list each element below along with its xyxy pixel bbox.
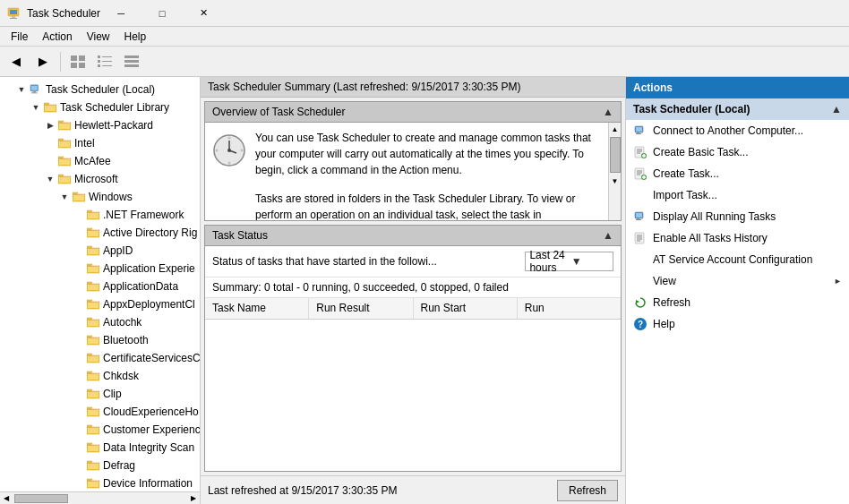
tree-item-chkdsk[interactable]: ▶ Chkdsk xyxy=(0,367,200,385)
vscroll-down-arrow[interactable]: ▼ xyxy=(609,175,622,187)
tree-toggle-root[interactable]: ▼ xyxy=(14,82,29,97)
tree-item-mcafee[interactable]: ▶ McAfee xyxy=(0,152,200,170)
tree-item-customer[interactable]: ▶ Customer Experienc xyxy=(0,421,200,439)
left-panel-hscroll[interactable]: ◀ ▶ xyxy=(0,491,200,504)
status-filter-label: Status of tasks that have started in the… xyxy=(212,255,518,268)
svg-rect-6 xyxy=(71,63,77,68)
tree-label: Customer Experienc xyxy=(103,423,200,436)
menu-action[interactable]: Action xyxy=(35,29,79,45)
tree-label: Active Directory Rig xyxy=(103,226,197,239)
svg-rect-50 xyxy=(636,219,641,220)
folder-icon xyxy=(72,190,86,204)
window-controls: ─ □ ✕ xyxy=(100,0,224,27)
tree-item-net-framework[interactable]: ▶ .NET Framework xyxy=(0,206,200,224)
action-display-running[interactable]: Display All Running Tasks xyxy=(626,206,849,227)
tree-item-microsoft[interactable]: ▼ Microsoft xyxy=(0,170,200,188)
action-label: Refresh xyxy=(653,296,842,309)
status-table-body[interactable] xyxy=(205,320,621,409)
folder-icon xyxy=(86,458,100,473)
svg-marker-56 xyxy=(636,300,639,303)
tree-label: Clip xyxy=(103,388,122,400)
action-import-task[interactable]: Import Task... xyxy=(626,184,849,206)
svg-rect-51 xyxy=(635,233,644,243)
tree-item-app-exper[interactable]: ▶ Application Experie xyxy=(0,260,200,278)
close-button[interactable]: ✕ xyxy=(183,0,224,27)
tree-label: Device Information xyxy=(103,477,193,490)
vscroll-up-arrow[interactable]: ▲ xyxy=(609,123,622,135)
folder-icon xyxy=(86,297,100,312)
last-refreshed-text: Last refreshed at 9/15/2017 3:30:35 PM xyxy=(208,484,397,497)
toolbar-detail-button[interactable] xyxy=(119,50,144,73)
svg-rect-11 xyxy=(102,61,112,62)
center-content: Overview of Task Scheduler ▲ xyxy=(201,98,625,475)
computer-icon xyxy=(29,82,43,97)
main-content: ▼ Task Scheduler (Local) ▼ xyxy=(0,77,849,504)
action-at-service[interactable]: AT Service Account Configuration xyxy=(626,249,849,270)
action-help[interactable]: ? Help xyxy=(626,313,849,335)
action-create-basic-task[interactable]: Create Basic Task... xyxy=(626,141,849,163)
at-service-icon xyxy=(633,252,647,267)
overview-header[interactable]: Overview of Task Scheduler ▲ xyxy=(204,101,622,123)
overview-collapse-button[interactable]: ▲ xyxy=(603,106,613,118)
th-task-name: Task Name xyxy=(205,298,309,319)
minimize-button[interactable]: ─ xyxy=(100,0,142,27)
menu-view[interactable]: View xyxy=(80,29,117,45)
task-status-collapse-button[interactable]: ▲ xyxy=(603,229,613,242)
svg-rect-20 xyxy=(31,92,38,93)
action-enable-history[interactable]: Enable All Tasks History xyxy=(626,227,849,249)
tree-item-hewlett-packard[interactable]: ▶ Hewlett-Packard xyxy=(0,116,200,134)
tree-toggle[interactable]: ▼ xyxy=(57,190,72,204)
tree-item-active-directory[interactable]: ▶ Active Directory Rig xyxy=(0,224,200,242)
action-label: Import Task... xyxy=(653,189,842,201)
create-basic-task-icon xyxy=(633,145,647,159)
tree-item-clip[interactable]: ▶ Clip xyxy=(0,385,200,403)
task-status-header[interactable]: Task Status ▲ xyxy=(204,225,622,246)
tree-item-cloud[interactable]: ▶ CloudExperienceHo xyxy=(0,403,200,421)
right-section-header[interactable]: Task Scheduler (Local) ▲ xyxy=(626,98,849,120)
right-section-collapse: ▲ xyxy=(831,103,842,115)
filter-value: Last 24 hours xyxy=(529,249,567,274)
hscroll-left-arrow[interactable]: ◀ xyxy=(0,492,13,505)
tree-item-windows[interactable]: ▼ Windows xyxy=(0,188,200,206)
overview-vscroll[interactable]: ▲ ▼ xyxy=(608,123,621,220)
folder-icon xyxy=(86,279,100,294)
menu-help[interactable]: Help xyxy=(117,29,154,45)
tree-label: Application Experie xyxy=(103,262,195,275)
action-view[interactable]: View ► xyxy=(626,270,849,292)
svg-point-26 xyxy=(228,162,231,165)
toolbar-list-button[interactable] xyxy=(92,50,117,73)
tree-item-bluetooth[interactable]: ▶ Bluetooth xyxy=(0,331,200,349)
menu-file[interactable]: File xyxy=(4,29,35,45)
toolbar-forward-button[interactable]: ▶ xyxy=(30,50,56,73)
action-refresh[interactable]: Refresh xyxy=(626,292,849,313)
tree-item-appxdeployment[interactable]: ▶ AppxDeploymentCl xyxy=(0,295,200,313)
tree-item-defrag[interactable]: ▶ Defrag xyxy=(0,457,200,474)
toolbar-view-button[interactable] xyxy=(65,50,90,73)
vscroll-thumb[interactable] xyxy=(610,137,621,173)
hscroll-right-arrow[interactable]: ▶ xyxy=(187,492,200,505)
tree-item-intel[interactable]: ▶ Intel xyxy=(0,134,200,152)
action-create-task[interactable]: Create Task... xyxy=(626,163,849,184)
menu-bar: File Action View Help xyxy=(0,27,849,47)
tree-item-device-info[interactable]: ▶ Device Information xyxy=(0,474,200,491)
tree-item-data-integrity[interactable]: ▶ Data Integrity Scan xyxy=(0,439,200,457)
tree-toggle-library[interactable]: ▼ xyxy=(29,100,43,115)
tree-item-appdata[interactable]: ▶ ApplicationData xyxy=(0,278,200,295)
tree-item-task-scheduler-library[interactable]: ▼ Task Scheduler Library xyxy=(0,98,200,116)
filter-select[interactable]: Last 24 hours ▼ xyxy=(525,252,613,271)
tree-item-appid[interactable]: ▶ AppID xyxy=(0,242,200,260)
hscroll-thumb[interactable] xyxy=(14,494,68,503)
tree-area[interactable]: ▼ Task Scheduler (Local) ▼ xyxy=(0,77,200,491)
tree-toggle[interactable]: ▼ xyxy=(43,172,57,186)
maximize-button[interactable]: □ xyxy=(142,0,183,27)
refresh-button[interactable]: Refresh xyxy=(557,480,618,501)
tree-root[interactable]: ▼ Task Scheduler (Local) xyxy=(0,81,200,98)
tree-toggle[interactable]: ▶ xyxy=(43,118,57,132)
action-label: Create Basic Task... xyxy=(653,146,842,158)
tree-item-autochk[interactable]: ▶ Autochk xyxy=(0,313,200,331)
action-connect-computer[interactable]: Connect to Another Computer... xyxy=(626,120,849,141)
toolbar-back-button[interactable]: ◀ xyxy=(4,50,29,73)
create-task-icon xyxy=(633,167,647,181)
folder-icon xyxy=(57,154,72,168)
tree-item-certificate[interactable]: ▶ CertificateServicesC xyxy=(0,349,200,367)
